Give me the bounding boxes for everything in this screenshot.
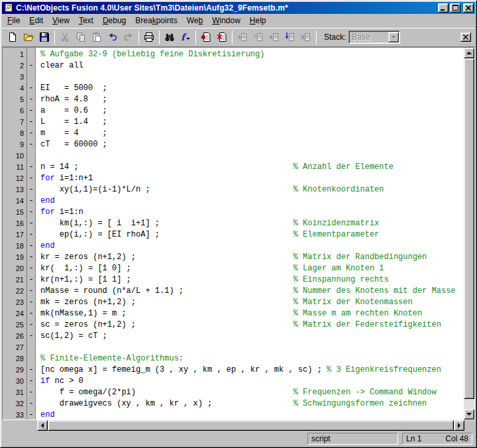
code-line[interactable]: m = 4 ;: [40, 128, 464, 139]
breakpoint-dash[interactable]: -: [27, 274, 35, 286]
close-toolbar-button[interactable]: [460, 32, 471, 42]
code-line[interactable]: [40, 150, 464, 162]
scroll-up-button[interactable]: [464, 48, 474, 58]
code-line[interactable]: for i=1:n: [40, 207, 464, 218]
code-line[interactable]: kr(n+1,:) = [1 1] ; % Einspannung rechts: [40, 274, 464, 286]
code-line[interactable]: rhoA = 4.8 ;: [40, 94, 464, 105]
breakpoint-dash[interactable]: -: [27, 263, 35, 274]
breakpoint-dash[interactable]: -: [27, 218, 35, 229]
breakpoint-dash[interactable]: -: [27, 162, 35, 173]
scroll-down-button[interactable]: [464, 409, 474, 420]
breakpoint-dash[interactable]: -: [27, 173, 35, 184]
breakpoint-dash[interactable]: -: [27, 207, 35, 218]
menu-help[interactable]: Help: [245, 15, 271, 27]
vertical-scroll-thumb[interactable]: [464, 58, 474, 399]
menu-text[interactable]: Text: [74, 15, 98, 27]
code-line[interactable]: n = 14 ; % Anzahl der Elemente: [40, 162, 464, 173]
code-line[interactable]: km(i,:) = [ i i+1] ; % Koinzidenzmatrix: [40, 218, 464, 229]
breakpoint-dash[interactable]: -: [27, 83, 35, 94]
code-line[interactable]: [40, 342, 464, 353]
code-line[interactable]: end: [40, 410, 464, 420]
code-line[interactable]: xy(i,1)=(i-1)*L/n ; % Knotenkoordinaten: [40, 184, 464, 196]
breakpoint-dash[interactable]: -: [27, 139, 35, 150]
breakpoint-dash[interactable]: -: [27, 105, 35, 117]
breakpoint-dash[interactable]: -: [27, 398, 35, 410]
code-line[interactable]: mk = zeros (n+1,2) ; % Matrix der Knoten…: [40, 297, 464, 308]
breakpoint-dash[interactable]: [27, 72, 35, 83]
undo-button[interactable]: [105, 30, 121, 45]
menu-breakpoints[interactable]: Breakpoints: [131, 15, 182, 27]
scroll-right-button[interactable]: [454, 420, 464, 431]
menu-window[interactable]: Window: [207, 15, 245, 27]
code-line[interactable]: kr( 1,:) = [1 0] ; % Lager am Knoten 1: [40, 263, 464, 274]
breakpoint-dash[interactable]: -: [27, 286, 35, 297]
breakpoint-dash[interactable]: -: [27, 229, 35, 241]
code-line[interactable]: a = 0.6 ;: [40, 105, 464, 117]
breakpoint-dash[interactable]: -: [27, 387, 35, 398]
breakpoint-dash[interactable]: -: [27, 117, 35, 128]
breakpoint-dash[interactable]: -: [27, 319, 35, 331]
code-line[interactable]: % Aufgabe 32-9 (beliebig feine Diskretis…: [40, 49, 464, 60]
code-line[interactable]: if nc > 0: [40, 376, 464, 387]
code-line[interactable]: sc(1,2) = cT ;: [40, 331, 464, 342]
menu-edit[interactable]: Edit: [25, 15, 48, 27]
set-clear-breakpoint-button[interactable]: [198, 30, 214, 45]
breakpoint-dash[interactable]: -: [27, 364, 35, 376]
breakpoint-dash[interactable]: [27, 150, 35, 162]
save-button[interactable]: [36, 30, 52, 45]
close-button[interactable]: [463, 3, 474, 13]
minimize-button[interactable]: [438, 3, 449, 13]
open-file-button[interactable]: [21, 30, 36, 45]
breakpoint-gutter[interactable]: ----------------------------: [27, 48, 36, 420]
code-line[interactable]: clear all: [40, 60, 464, 72]
vertical-scrollbar[interactable]: [464, 48, 474, 420]
code-line[interactable]: mk(nMasse,1) = m ; % Masse m am rechten …: [40, 308, 464, 319]
breakpoint-dash[interactable]: -: [27, 184, 35, 196]
breakpoint-dash[interactable]: [27, 342, 35, 353]
breakpoint-dash[interactable]: -: [27, 410, 35, 420]
menu-web[interactable]: Web: [182, 15, 207, 27]
breakpoint-dash[interactable]: -: [27, 376, 35, 387]
breakpoint-dash[interactable]: [27, 49, 35, 60]
horizontal-scroll-thumb[interactable]: [48, 420, 454, 431]
code-line[interactable]: kr = zeros (n+1,2) ; % Matrix der Randbe…: [40, 252, 464, 263]
code-line[interactable]: nMasse = round (n*a/L + 1.1) ; % Nummer …: [40, 286, 464, 297]
print-button[interactable]: [141, 30, 157, 45]
code-line[interactable]: end: [40, 196, 464, 207]
breakpoint-dash[interactable]: -: [27, 60, 35, 72]
code-line[interactable]: [nc omega x] = femeig_m (3 , xy , km , e…: [40, 364, 464, 376]
new-file-button[interactable]: [5, 30, 21, 45]
breakpoint-dash[interactable]: -: [27, 94, 35, 105]
breakpoint-dash[interactable]: -: [27, 196, 35, 207]
function-list-button[interactable]: f: [178, 30, 193, 45]
code-line[interactable]: ep(i,:) = [EI rhoA] ; % Elementparameter: [40, 229, 464, 241]
code-line[interactable]: end: [40, 241, 464, 252]
breakpoint-dash[interactable]: -: [27, 297, 35, 308]
code-line[interactable]: % Finite-Elemente-Algorithmus:: [40, 353, 464, 364]
breakpoint-dash[interactable]: -: [27, 241, 35, 252]
code-line[interactable]: [40, 72, 464, 83]
code-line[interactable]: EI = 5000 ;: [40, 83, 464, 94]
menu-file[interactable]: File: [3, 15, 25, 27]
code-line[interactable]: L = 1.4 ;: [40, 117, 464, 128]
breakpoint-dash[interactable]: [27, 353, 35, 364]
breakpoint-dash[interactable]: -: [27, 128, 35, 139]
find-button[interactable]: [162, 30, 178, 45]
code-lines[interactable]: % Aufgabe 32-9 (beliebig feine Diskretis…: [36, 48, 464, 420]
clear-all-breakpoints-button[interactable]: [214, 30, 230, 45]
code-line[interactable]: f = omega/(2*pi) % Frequenzen -> Command…: [40, 387, 464, 398]
horizontal-scrollbar[interactable]: [2, 420, 475, 431]
scroll-left-button[interactable]: [37, 420, 48, 431]
breakpoint-dash[interactable]: -: [27, 252, 35, 263]
breakpoint-dash[interactable]: -: [27, 308, 35, 319]
menu-view[interactable]: View: [48, 15, 74, 27]
code-line[interactable]: for i=1:n+1: [40, 173, 464, 184]
breakpoint-dash[interactable]: -: [27, 331, 35, 342]
code-line[interactable]: sc = zeros (n+1,2) ; % Matrix der Feders…: [40, 319, 464, 331]
title-bar[interactable]: C:\NetObjects Fusion 4.0\User Sites\Tm3\…: [2, 2, 475, 14]
code-line[interactable]: draweigvecs (xy , km , kr , x) ; % Schwi…: [40, 398, 464, 410]
menu-debug[interactable]: Debug: [98, 15, 131, 27]
vertical-scroll-track[interactable]: [464, 399, 474, 409]
code-line[interactable]: cT = 60000 ;: [40, 139, 464, 150]
maximize-button[interactable]: [450, 3, 460, 13]
